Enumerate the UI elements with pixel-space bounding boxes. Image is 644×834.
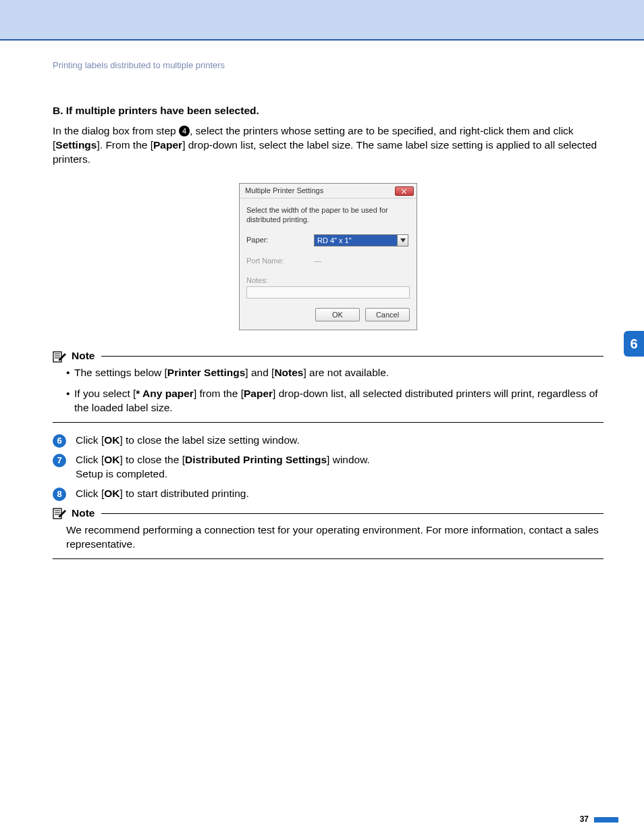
close-icon[interactable]: [395, 186, 414, 196]
s7c: ] to close the [: [119, 454, 185, 465]
step-7: 7 Click [OK] to close the [Distributed P…: [53, 453, 603, 481]
note-rule: [101, 513, 603, 514]
page-number: 37: [580, 814, 589, 825]
n1b2c: ] from the [: [194, 388, 244, 399]
step-6-text: Click [OK] to close the label size setti…: [76, 434, 603, 448]
intro-paragraph: In the dialog box from step 4, select th…: [53, 124, 603, 167]
n1b2d: Paper: [244, 388, 273, 399]
s8b: OK: [104, 488, 119, 499]
paper-dropdown-value: RD 4" x 1": [315, 235, 397, 246]
chevron-down-icon: [397, 235, 408, 246]
note-bottom-rule-2: [53, 558, 603, 559]
s7f: Setup is completed.: [76, 468, 167, 479]
note-icon: [53, 350, 68, 363]
n1b2a: If you select [: [74, 388, 136, 399]
note-rule: [101, 356, 603, 357]
note-title-2: Note: [72, 506, 95, 521]
note-header-2: Note: [53, 506, 603, 521]
dialog-screenshot: Multiple Printer Settings Select the wid…: [53, 183, 603, 330]
svg-marker-0: [400, 238, 406, 242]
paper-row: Paper: RD 4" x 1": [246, 234, 410, 246]
section-heading: B. If multiple printers have been select…: [53, 104, 603, 118]
notes-label: Notes:: [246, 276, 268, 284]
n1b1d: Notes: [274, 367, 303, 378]
intro-text-a: In the dialog box from step: [53, 125, 179, 136]
note1-bullet2: If you select [* Any paper] from the [Pa…: [66, 387, 603, 415]
paper-dropdown[interactable]: RD 4" x 1": [314, 234, 408, 246]
note1-bullet1: The settings below [Printer Settings] an…: [66, 366, 603, 380]
n1b2b: * Any paper: [136, 388, 194, 399]
notes-row: Notes:: [246, 276, 410, 299]
s6a: Click [: [76, 434, 104, 446]
step-bullet-6: 6: [53, 434, 66, 448]
s8c: ] to start distributed printing.: [119, 488, 248, 499]
note-block-1: Note The settings below [Printer Setting…: [53, 349, 603, 423]
step-7-text: Click [OK] to close the [Distributed Pri…: [76, 453, 603, 481]
n1b1a: The settings below [: [74, 367, 167, 378]
step-8: 8 Click [OK] to start distributed printi…: [53, 487, 603, 501]
dialog-instruction: Select the width of the paper to be used…: [246, 205, 410, 225]
step-6: 6 Click [OK] to close the label size set…: [53, 434, 603, 448]
cancel-button[interactable]: Cancel: [365, 308, 410, 321]
step-reference-4: 4: [179, 126, 190, 136]
step-bullet-7: 7: [53, 454, 66, 467]
n1b1b: Printer Settings: [167, 367, 245, 378]
page-footer: 37: [580, 814, 618, 825]
breadcrumb: Printing labels distributed to multiple …: [53, 59, 603, 72]
note-title-1: Note: [72, 349, 95, 363]
step-8-text: Click [OK] to start distributed printing…: [76, 487, 603, 501]
multiple-printer-settings-dialog: Multiple Printer Settings Select the wid…: [239, 183, 417, 330]
settings-bold: Settings: [55, 139, 97, 151]
chapter-tab: 6: [624, 331, 644, 357]
n1b1c: ] and [: [245, 367, 274, 378]
s7a: Click [: [76, 454, 104, 465]
port-value: ---: [314, 256, 321, 266]
s6b: OK: [104, 434, 119, 446]
note2-text: We recommend performing a connection tes…: [53, 523, 603, 552]
ok-button[interactable]: OK: [315, 308, 360, 321]
port-row: Port Name: ---: [246, 256, 410, 266]
s8a: Click [: [76, 488, 104, 499]
s6c: ] to close the label size setting window…: [119, 434, 299, 446]
note-bottom-rule-1: [53, 422, 603, 423]
s7e: ] window.: [327, 454, 370, 465]
note-block-2: Note We recommend performing a connectio…: [53, 506, 603, 559]
page-content: Printing labels distributed to multiple …: [0, 41, 644, 834]
dialog-titlebar: Multiple Printer Settings: [240, 184, 417, 199]
note-list-1: The settings below [Printer Settings] an…: [53, 366, 603, 415]
dialog-buttons: OK Cancel: [246, 308, 410, 321]
dialog-title-text: Multiple Printer Settings: [245, 186, 323, 196]
footer-bar: [594, 817, 618, 823]
intro-text-c: ]. From the [: [97, 139, 153, 151]
s7d: Distributed Printing Settings: [185, 454, 327, 465]
note-icon: [53, 506, 68, 520]
s7b: OK: [104, 454, 119, 465]
note-header-1: Note: [53, 349, 603, 363]
dialog-body: Select the width of the paper to be used…: [240, 199, 417, 330]
step-bullet-8: 8: [53, 488, 66, 501]
port-label: Port Name:: [246, 256, 314, 266]
paper-label: Paper:: [246, 235, 314, 245]
paper-bold: Paper: [153, 139, 182, 151]
n1b1e: ] are not available.: [303, 367, 389, 378]
notes-input[interactable]: [246, 286, 410, 298]
top-banner: [0, 0, 644, 41]
